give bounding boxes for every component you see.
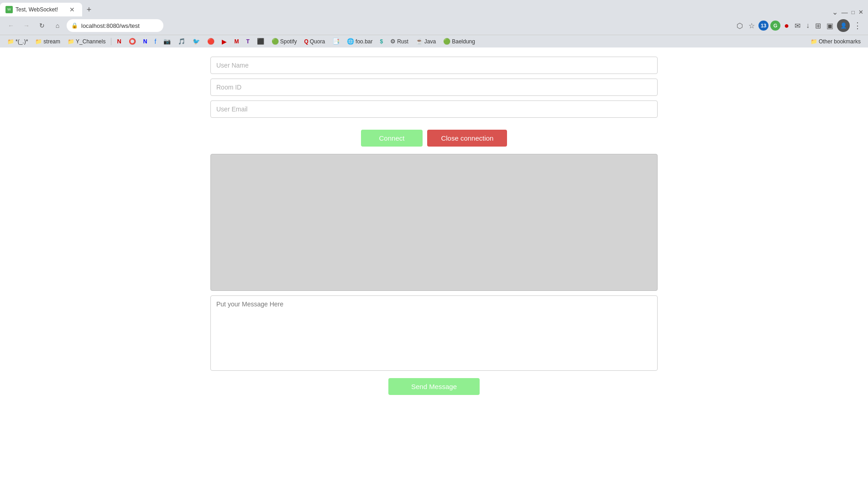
bookmark-rust[interactable]: ⚙ Rust — [387, 37, 411, 46]
mail-icon[interactable]: ✉ — [793, 20, 802, 32]
websocket-container: Connect Close connection Send Message — [210, 57, 658, 395]
bookmark-twitch[interactable]: T — [243, 37, 252, 46]
fb-icon: f — [154, 38, 156, 45]
download-icon[interactable]: ↓ — [804, 20, 811, 32]
menu-grid-icon[interactable]: ⊞ — [813, 20, 823, 32]
rust-icon: ⚙ — [390, 38, 396, 45]
pocket-icon: ⬛ — [257, 38, 264, 45]
bookmark-insta[interactable]: 📷 — [161, 37, 173, 46]
message-display-area — [210, 154, 658, 291]
address-wrap: 🔒 — [67, 19, 732, 32]
gmail-icon: M — [234, 38, 239, 45]
bookmark-fb[interactable]: f — [152, 37, 159, 46]
bookmark-youtube[interactable]: ▶ — [219, 37, 230, 46]
split-icon[interactable]: ▣ — [825, 20, 835, 32]
tab-search-icon[interactable]: ⌄ — [832, 8, 838, 16]
baeldung-icon: 🟢 — [443, 38, 450, 45]
folder-icon: 📁 — [35, 38, 42, 45]
bookmark-star-icon[interactable]: ☆ — [747, 20, 757, 32]
quora-icon: Q — [304, 38, 308, 45]
bookmark-twitter[interactable]: 🐦 — [190, 37, 203, 46]
bookmark-folder-misc[interactable]: 📁 *(_.)* — [5, 37, 31, 46]
username-input[interactable] — [210, 57, 658, 74]
profile-badge-1: 13 — [758, 21, 769, 31]
new-tab-button[interactable]: + — [82, 3, 96, 16]
bookmark-np[interactable]: N — [141, 37, 150, 46]
bookmark-baeldung[interactable]: 🟢 Baeldung — [440, 37, 478, 46]
active-tab[interactable]: W Test, WebSocket! ✕ — [0, 3, 82, 16]
bookmarks-bar: 📁 *(_.)* 📁 stream 📁 Y_Channels N ⭕ N f 📷… — [0, 35, 868, 47]
opera-icon: ⭕ — [129, 38, 136, 45]
avatar[interactable]: 👤 — [837, 19, 850, 32]
java-label: Java — [424, 38, 436, 45]
bookmark-folder-stream[interactable]: 📁 stream — [32, 37, 63, 46]
connect-button[interactable]: Connect — [361, 130, 423, 147]
tab-bar: W Test, WebSocket! ✕ + ⌄ — □ ✕ — [0, 0, 868, 16]
bookmark-gmail[interactable]: M — [231, 37, 241, 46]
quora-label: Quora — [310, 38, 325, 45]
insta-icon: 📷 — [163, 38, 171, 45]
send-message-button[interactable]: Send Message — [388, 378, 480, 395]
bookmark-netflix[interactable]: N — [114, 37, 124, 46]
bookmark-spotify[interactable]: 🟢 Spotify — [269, 37, 300, 46]
bookmark-folder-other[interactable]: 📁 Other bookmarks — [808, 37, 863, 46]
folder-icon: 📁 — [7, 38, 14, 45]
bookmark-reddit[interactable]: 🔴 — [204, 37, 217, 46]
window-close-icon[interactable]: ✕ — [858, 9, 863, 16]
java-icon: ☕ — [416, 38, 423, 45]
browser-frame: W Test, WebSocket! ✕ + ⌄ — □ ✕ ← → ↻ ⌂ 🔒… — [0, 0, 868, 479]
dollar-icon: $ — [380, 38, 383, 45]
rust-label: Rust — [397, 38, 408, 45]
spotify-icon: 🟢 — [272, 38, 279, 45]
bookmark-label: Y_Channels — [76, 38, 105, 45]
bookmark-foobar[interactable]: 🌐 foo.bar — [344, 37, 375, 46]
netflix-icon: N — [117, 38, 121, 45]
page-content: Connect Close connection Send Message — [0, 47, 868, 479]
bookmark-folder-ychannels[interactable]: 📁 Y_Channels — [65, 37, 108, 46]
spotify-label: Spotify — [280, 38, 297, 45]
folder-icon: 📁 — [68, 38, 74, 45]
close-tab-button[interactable]: ✕ — [68, 5, 77, 14]
minimize-icon[interactable]: — — [842, 9, 848, 16]
foobar-label: foo.bar — [356, 38, 372, 45]
foobar-icon: 🌐 — [347, 38, 354, 45]
lock-icon: 🔒 — [71, 22, 78, 29]
action-buttons: Connect Close connection — [210, 130, 658, 147]
toolbar-icons: ⬡ ☆ 13 G ● ✉ ↓ ⊞ ▣ 👤 ⋮ — [735, 19, 863, 32]
bookmark-opera[interactable]: ⭕ — [126, 37, 139, 46]
baeldung-label: Baeldung — [452, 38, 475, 45]
tiktok-icon: 🎵 — [178, 38, 185, 45]
home-button[interactable]: ⌂ — [51, 19, 64, 32]
reddit-icon: 🔴 — [207, 38, 214, 45]
cast-icon[interactable]: ⬡ — [735, 20, 745, 32]
twitch-icon: T — [246, 38, 249, 45]
bookmark-label: stream — [43, 38, 60, 45]
tab-title: Test, WebSocket! — [16, 6, 58, 13]
maximize-icon[interactable]: □ — [852, 9, 855, 16]
email-input[interactable] — [210, 100, 658, 118]
address-input[interactable] — [67, 19, 163, 32]
roomid-input[interactable] — [210, 79, 658, 96]
forward-button[interactable]: → — [20, 19, 33, 32]
reload-button[interactable]: ↻ — [36, 19, 48, 32]
address-bar-row: ← → ↻ ⌂ 🔒 ⬡ ☆ 13 G ● ✉ ↓ ⊞ ▣ 👤 ⋮ — [0, 16, 868, 35]
tab-right-controls: ⌄ — □ ✕ — [832, 8, 868, 16]
other-bookmarks-folder-icon: 📁 — [810, 38, 817, 45]
bookmark-label: *(_.)* — [16, 38, 28, 45]
close-connection-button[interactable]: Close connection — [427, 130, 507, 147]
youtube-icon: ▶ — [222, 38, 227, 45]
bookmark-quora[interactable]: Q Quora — [301, 37, 328, 46]
back-button[interactable]: ← — [5, 19, 17, 32]
bookmark-tiktok[interactable]: 🎵 — [175, 37, 188, 46]
bookmark-java[interactable]: ☕ Java — [413, 37, 439, 46]
message-textarea[interactable] — [210, 295, 658, 371]
other-bookmarks-label: Other bookmarks — [819, 38, 861, 45]
bookmark-dollar[interactable]: $ — [377, 37, 386, 46]
twitter-icon: 🐦 — [193, 38, 200, 45]
bookmark-misc2[interactable]: 📑 — [329, 37, 342, 46]
profile-badge-3: ● — [782, 19, 791, 32]
np-icon: N — [143, 38, 147, 45]
profile-badge-2: G — [770, 21, 780, 31]
bookmark-pocket[interactable]: ⬛ — [254, 37, 267, 46]
menu-dots-icon[interactable]: ⋮ — [852, 19, 863, 32]
